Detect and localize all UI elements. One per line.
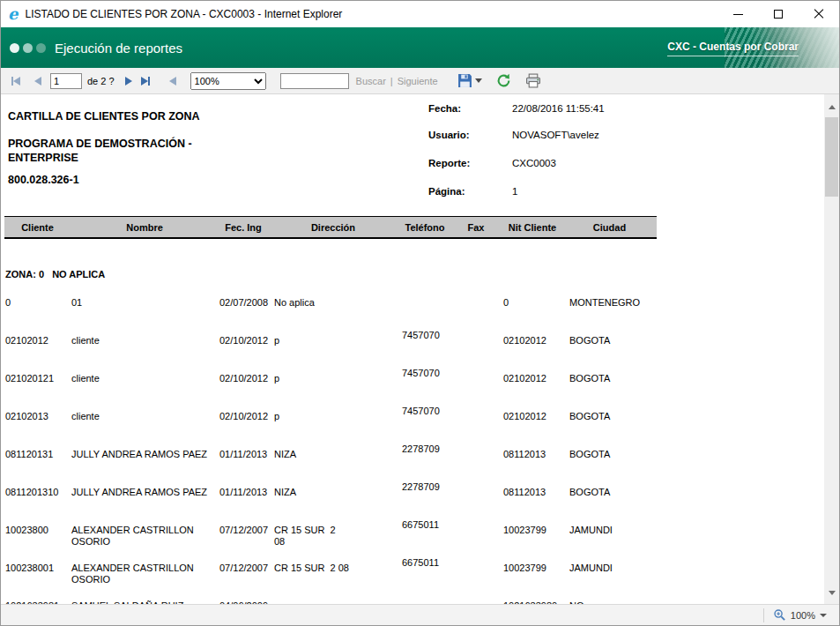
meta-row: Fecha: 22/08/2016 11:55:41 <box>428 103 512 114</box>
browser-zoom-level: 100% <box>791 610 815 621</box>
table-cell: BOGOTA <box>569 487 655 498</box>
table-cell: 081120131 <box>5 449 67 460</box>
scroll-down-icon <box>829 591 836 595</box>
browser-window: e LISTADO DE CLIENTES POR ZONA - CXC0003… <box>0 0 840 626</box>
table-cell: p <box>274 373 396 384</box>
window-title: LISTADO DE CLIENTES POR ZONA - CXC0003 -… <box>25 8 342 20</box>
vertical-scrollbar[interactable] <box>824 94 839 604</box>
next-page-icon <box>125 77 132 86</box>
table-cell: p <box>274 411 396 422</box>
zoom-dropdown-caret-icon <box>820 614 827 617</box>
refresh-button[interactable] <box>496 73 511 88</box>
table-cell: BOGOTA <box>569 373 655 384</box>
column-header: Nit Cliente <box>501 222 564 233</box>
next-page-button[interactable] <box>125 77 132 86</box>
table-cell: 100238001 <box>5 563 67 574</box>
back-to-parent-button[interactable] <box>169 77 176 86</box>
total-pages-label: de 2 ? <box>87 76 115 86</box>
column-header: Dirección <box>268 222 398 233</box>
back-arrow-icon <box>169 77 176 86</box>
report-content-area: CARTILLA DE CLIENTES POR ZONA PROGRAMA D… <box>1 94 839 604</box>
table-cell: 08112013 <box>503 487 569 498</box>
status-bar: 100% <box>1 604 839 625</box>
table-cell: MONTENEGRO <box>569 297 655 309</box>
table-cell: JULLY ANDREA RAMOS PAEZ <box>71 449 217 460</box>
browser-zoom-control[interactable]: 100% <box>773 608 827 622</box>
table-cell: 08112013 <box>503 449 569 460</box>
scroll-down-button[interactable] <box>824 585 839 600</box>
app-logo-dots <box>10 43 46 53</box>
table-cell: 02102012 <box>503 335 569 347</box>
minimize-icon <box>733 14 743 15</box>
meta-label: Usuario: <box>428 130 512 140</box>
statusbar-divider <box>763 608 764 622</box>
table-row: 02102012cliente02/10/2012p74570700210201… <box>1 335 657 373</box>
find-link[interactable]: Buscar <box>356 76 386 86</box>
column-header: Fax <box>451 222 501 233</box>
table-cell: 01/11/2013 <box>219 487 271 498</box>
previous-page-button[interactable] <box>34 77 41 86</box>
table-cell: 1021633980 <box>503 600 569 604</box>
close-icon <box>814 9 824 19</box>
logo-dot-icon <box>36 43 46 53</box>
column-header: Cliente <box>4 222 71 233</box>
export-dropdown-caret-icon <box>475 78 482 83</box>
column-header: Fec. Ing <box>219 222 268 233</box>
magnifier-zoom-icon <box>773 608 786 622</box>
report-title: CARTILLA DE CLIENTES POR ZONA <box>8 110 200 123</box>
search-input[interactable] <box>280 73 349 89</box>
table-cell: 021020121 <box>5 373 67 384</box>
table-cell: 02102013 <box>5 411 67 422</box>
table-row: 10023800ALEXANDER CASTRILLON OSORIO07/12… <box>1 525 657 563</box>
table-cell: SAMUEL SALDAÑA RUIZ <box>71 600 217 604</box>
meta-row: Reporte: CXC0003 <box>428 158 512 168</box>
meta-value: 22/08/2016 11:55:41 <box>512 103 605 114</box>
table-cell: 0 <box>5 297 67 309</box>
first-page-button[interactable] <box>11 77 20 86</box>
table-cell: NO <box>569 600 655 604</box>
meta-row: Usuario: NOVASOFT\avelez <box>428 130 512 140</box>
scrollbar-thumb[interactable] <box>825 117 838 197</box>
table-cell: JAMUNDI <box>569 525 655 536</box>
scroll-up-button[interactable] <box>824 100 839 115</box>
table-cell: 1021633981 <box>5 600 67 604</box>
table-cell: 10023800 <box>5 525 67 536</box>
table-cell: 02102012 <box>503 411 569 422</box>
logo-dot-icon <box>23 43 33 53</box>
last-page-icon <box>148 77 150 86</box>
table-cell: 7457070 <box>402 330 464 341</box>
refresh-icon <box>496 73 511 88</box>
close-button[interactable] <box>799 1 839 27</box>
zoom-select[interactable]: 100% <box>190 72 266 90</box>
minimize-button[interactable] <box>717 1 758 27</box>
maximize-icon <box>774 10 783 19</box>
print-button[interactable] <box>525 73 541 88</box>
page-title: Ejecución de reportes <box>55 41 182 56</box>
last-page-button[interactable] <box>141 77 150 86</box>
table-cell: 0811201310 <box>5 487 67 498</box>
table-cell: 02/10/2012 <box>219 373 271 384</box>
internet-explorer-icon: e <box>8 6 18 22</box>
table-row: 081120131JULLY ANDREA RAMOS PAEZ01/11/20… <box>1 449 657 487</box>
meta-label: Página: <box>428 186 512 197</box>
current-page-input[interactable] <box>50 73 82 89</box>
table-cell: 04/06/2009 <box>219 600 271 604</box>
table-cell: 10023799 <box>503 563 569 574</box>
table-cell: NIZA <box>274 487 396 498</box>
company-name: PROGRAMA DE DEMOSTRACIÓN - ENTERPRISE <box>8 137 215 165</box>
window-titlebar: e LISTADO DE CLIENTES POR ZONA - CXC0003… <box>1 1 839 27</box>
export-button[interactable] <box>457 73 482 88</box>
table-cell: ALEXANDER CASTRILLON OSORIO <box>71 525 217 548</box>
table-cell: 10023799 <box>503 525 569 536</box>
find-next-link[interactable]: Siguiente <box>398 76 438 86</box>
table-cell: cliente <box>71 335 217 347</box>
meta-value: CXC0003 <box>512 158 556 168</box>
first-page-icon <box>13 77 20 86</box>
logo-dot-icon <box>10 43 19 53</box>
table-cell: 01 <box>71 297 217 309</box>
table-row: 00102/07/2008No aplica0MONTENEGRO <box>1 297 657 335</box>
maximize-button[interactable] <box>758 1 799 27</box>
table-cell: 02102012 <box>503 373 569 384</box>
table-cell: ALEXANDER CASTRILLON OSORIO <box>71 563 217 585</box>
table-cell: 02/10/2012 <box>219 335 271 347</box>
